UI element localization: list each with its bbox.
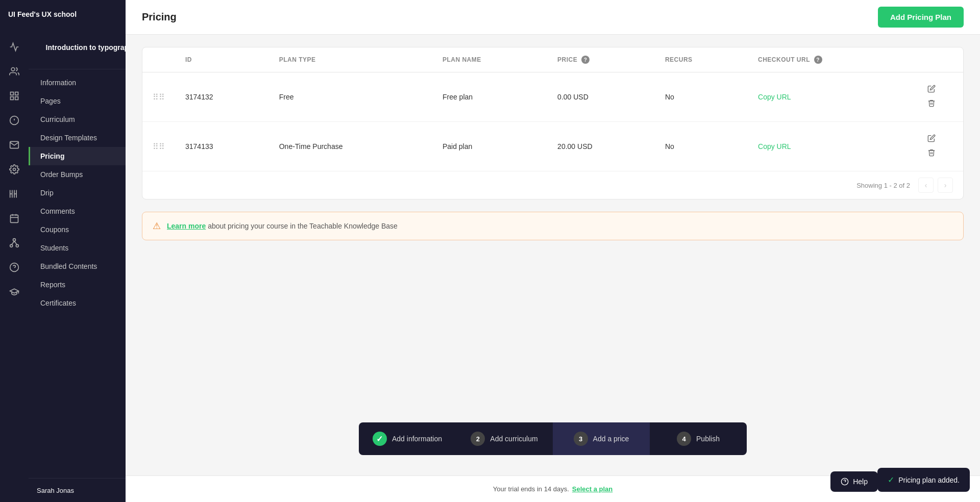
step-3-num: 3 bbox=[574, 432, 588, 446]
col-drag bbox=[142, 47, 175, 72]
svg-point-19 bbox=[13, 239, 16, 241]
dashboard-icon[interactable] bbox=[4, 86, 24, 106]
svg-point-21 bbox=[16, 244, 18, 247]
add-pricing-plan-button[interactable]: Add Pricing Plan bbox=[878, 7, 964, 28]
col-actions bbox=[912, 47, 963, 72]
analytics-icon[interactable] bbox=[4, 37, 24, 57]
row1-checkout-url: Copy URL bbox=[748, 72, 912, 122]
users-icon[interactable] bbox=[4, 61, 24, 82]
integrations-icon[interactable] bbox=[4, 233, 24, 253]
learn-more-link[interactable]: Learn more bbox=[167, 222, 206, 230]
help-label: Help bbox=[853, 478, 868, 486]
edit-button-2[interactable] bbox=[923, 132, 940, 146]
svg-rect-3 bbox=[11, 97, 14, 100]
course-title: Introduction to typography bbox=[29, 29, 126, 69]
sidebar-item-pricing[interactable]: Pricing bbox=[29, 147, 126, 165]
col-recurs: RECURS bbox=[655, 47, 748, 72]
help-button[interactable]: Help bbox=[830, 471, 878, 492]
row2-actions bbox=[912, 122, 963, 171]
pagination-next-button[interactable]: › bbox=[938, 178, 953, 193]
sidebar-footer: Sarah Jonas ⋯ bbox=[29, 478, 126, 502]
row1-plan-type: Free bbox=[269, 72, 432, 122]
toast-check-icon: ✓ bbox=[888, 475, 894, 485]
email-icon[interactable] bbox=[4, 135, 24, 155]
svg-rect-15 bbox=[11, 215, 18, 222]
info-circle-icon: ⚠ bbox=[153, 220, 161, 232]
row1-plan-name: Free plan bbox=[432, 72, 547, 122]
col-checkout-url: CHECKOUT URL ? bbox=[748, 47, 912, 72]
select-plan-link[interactable]: Select a plan bbox=[572, 485, 612, 493]
table-row: ⠿⠿ 3174132 Free Free plan 0.00 USD No Co… bbox=[142, 72, 963, 122]
svg-line-23 bbox=[14, 241, 17, 245]
sidebar-item-coupons[interactable]: Coupons bbox=[29, 220, 126, 239]
top-bar: Pricing Add Pricing Plan bbox=[126, 0, 980, 35]
drag-handle-2[interactable]: ⠿⠿ bbox=[153, 142, 165, 151]
row1-recurs: No bbox=[655, 72, 748, 122]
wizard-step-2[interactable]: 2 Add curriculum bbox=[456, 422, 553, 455]
sidebar-item-order-bumps[interactable]: Order Bumps bbox=[29, 165, 126, 184]
svg-point-20 bbox=[10, 244, 13, 247]
edit-button-1[interactable] bbox=[923, 83, 940, 97]
step-4-num: 4 bbox=[677, 432, 691, 446]
sidebar-item-information[interactable]: Information bbox=[29, 73, 126, 92]
wizard-step-4[interactable]: 4 Publish bbox=[650, 422, 747, 455]
pagination-text: Showing 1 - 2 of 2 bbox=[856, 182, 910, 189]
col-id: ID bbox=[175, 47, 269, 72]
row2-checkout-url: Copy URL bbox=[748, 122, 912, 171]
col-price: PRICE ? bbox=[547, 47, 655, 72]
svg-rect-2 bbox=[15, 92, 18, 95]
wizard-step-1[interactable]: ✓ Add information bbox=[359, 422, 456, 455]
toast-message: Pricing plan added. bbox=[898, 476, 960, 484]
row2-id: 3174133 bbox=[175, 122, 269, 171]
library-icon[interactable] bbox=[4, 184, 24, 204]
sidebar-item-curriculum[interactable]: Curriculum bbox=[29, 110, 126, 129]
main-content: Pricing Add Pricing Plan ID PLAN TYPE PL… bbox=[126, 0, 980, 502]
price-help-icon[interactable]: ? bbox=[581, 56, 590, 64]
checkout-url-help-icon[interactable]: ? bbox=[814, 56, 822, 64]
sidebar-item-students[interactable]: Students bbox=[29, 239, 126, 257]
drag-handle-1[interactable]: ⠿⠿ bbox=[153, 93, 165, 102]
copy-url-link-2[interactable]: Copy URL bbox=[758, 142, 791, 150]
sidebar-item-bundled-contents[interactable]: Bundled Contents bbox=[29, 257, 126, 275]
calendar-icon[interactable] bbox=[4, 208, 24, 229]
info-banner-text: Learn more about pricing your course in … bbox=[167, 222, 398, 230]
app-name: UI Feed's UX school bbox=[8, 10, 77, 18]
row2-price: 20.00 USD bbox=[547, 122, 655, 171]
pricing-table-card: ID PLAN TYPE PLAN NAME PRICE ? RECURS CH… bbox=[142, 47, 964, 199]
col-plan-type: PLAN TYPE bbox=[269, 47, 432, 72]
table-row: ⠿⠿ 3174133 One-Time Purchase Paid plan 2… bbox=[142, 122, 963, 171]
icon-rail bbox=[0, 29, 29, 502]
pagination-prev-button[interactable]: ‹ bbox=[918, 178, 934, 193]
toast-notification: ✓ Pricing plan added. bbox=[877, 468, 970, 492]
wizard-bar: ✓ Add information 2 Add curriculum 3 Add… bbox=[359, 422, 747, 455]
svg-rect-1 bbox=[11, 92, 14, 95]
sidebar-item-reports[interactable]: Reports bbox=[29, 275, 126, 294]
sidebar-item-certificates[interactable]: Certificates bbox=[29, 294, 126, 312]
spacer bbox=[142, 253, 964, 410]
row2-plan-type: One-Time Purchase bbox=[269, 122, 432, 171]
sidebar-nav: Information Pages Curriculum Design Temp… bbox=[29, 69, 126, 478]
settings-icon[interactable] bbox=[4, 159, 24, 180]
row1-id: 3174132 bbox=[175, 72, 269, 122]
copy-url-link-1[interactable]: Copy URL bbox=[758, 93, 791, 101]
app-header: UI Feed's UX school bbox=[0, 0, 126, 29]
revenue-icon[interactable] bbox=[4, 110, 24, 131]
step-1-label: Add information bbox=[392, 435, 442, 443]
col-plan-name: PLAN NAME bbox=[432, 47, 547, 72]
sidebar: Introduction to typography Information P… bbox=[29, 29, 126, 502]
sidebar-item-pages[interactable]: Pages bbox=[29, 92, 126, 110]
sidebar-item-comments[interactable]: Comments bbox=[29, 202, 126, 220]
sidebar-item-design-templates[interactable]: Design Templates bbox=[29, 129, 126, 147]
step-2-label: Add curriculum bbox=[490, 435, 537, 443]
user-name: Sarah Jonas bbox=[37, 487, 74, 494]
graduation-icon[interactable] bbox=[4, 282, 24, 302]
svg-rect-4 bbox=[15, 97, 18, 100]
svg-line-22 bbox=[12, 241, 14, 245]
trial-text: Your trial ends in 14 days. bbox=[493, 485, 569, 493]
sidebar-item-drip[interactable]: Drip bbox=[29, 184, 126, 202]
page-title: Pricing bbox=[142, 11, 177, 23]
wizard-step-3[interactable]: 3 Add a price bbox=[553, 422, 650, 455]
help-circle-icon[interactable] bbox=[4, 257, 24, 278]
delete-button-2[interactable] bbox=[923, 146, 940, 161]
delete-button-1[interactable] bbox=[923, 97, 940, 111]
